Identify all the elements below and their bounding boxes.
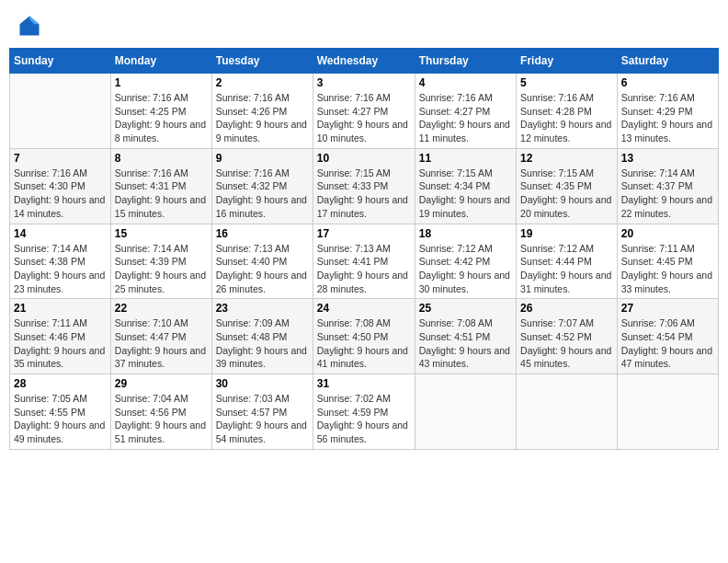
day-detail: Sunrise: 7:15 AMSunset: 4:34 PMDaylight:… — [419, 167, 512, 221]
day-number: 13 — [621, 152, 714, 165]
day-number: 3 — [317, 76, 411, 89]
day-detail: Sunrise: 7:08 AMSunset: 4:51 PMDaylight:… — [419, 316, 512, 371]
calendar-cell: 1 Sunrise: 7:16 AMSunset: 4:25 PMDayligh… — [110, 74, 211, 149]
day-detail: Sunrise: 7:06 AMSunset: 4:54 PMDaylight:… — [621, 316, 714, 371]
day-number: 23 — [216, 302, 309, 315]
day-detail: Sunrise: 7:03 AMSunset: 4:57 PMDaylight:… — [216, 392, 309, 446]
day-detail: Sunrise: 7:14 AMSunset: 4:39 PMDaylight:… — [115, 242, 208, 296]
calendar-cell: 16 Sunrise: 7:13 AMSunset: 4:40 PMDaylig… — [211, 224, 313, 299]
calendar-table: SundayMondayTuesdayWednesdayThursdayFrid… — [9, 48, 719, 450]
calendar-cell — [10, 74, 111, 149]
day-detail: Sunrise: 7:16 AMSunset: 4:28 PMDaylight:… — [520, 91, 613, 145]
calendar-cell: 9 Sunrise: 7:16 AMSunset: 4:32 PMDayligh… — [211, 148, 313, 224]
calendar-cell: 21 Sunrise: 7:11 AMSunset: 4:46 PMDaylig… — [10, 299, 111, 374]
day-detail: Sunrise: 7:11 AMSunset: 4:46 PMDaylight:… — [14, 316, 107, 371]
day-number: 2 — [216, 76, 309, 89]
day-number: 27 — [621, 302, 714, 315]
day-detail: Sunrise: 7:05 AMSunset: 4:55 PMDaylight:… — [14, 392, 107, 446]
day-detail: Sunrise: 7:16 AMSunset: 4:26 PMDaylight:… — [216, 91, 309, 145]
calendar-cell — [517, 374, 618, 450]
calendar-cell: 23 Sunrise: 7:09 AMSunset: 4:48 PMDaylig… — [211, 299, 313, 374]
day-detail: Sunrise: 7:15 AMSunset: 4:33 PMDaylight:… — [317, 167, 411, 221]
logo-icon — [17, 13, 42, 39]
calendar-cell: 20 Sunrise: 7:11 AMSunset: 4:45 PMDaylig… — [617, 224, 718, 299]
weekday-header: Wednesday — [313, 49, 415, 74]
calendar-cell — [617, 374, 718, 450]
calendar-cell: 4 Sunrise: 7:16 AMSunset: 4:27 PMDayligh… — [415, 74, 516, 149]
calendar-cell: 17 Sunrise: 7:13 AMSunset: 4:41 PMDaylig… — [313, 224, 415, 299]
day-number: 26 — [520, 302, 613, 315]
page-header — [9, 9, 719, 42]
calendar-cell: 6 Sunrise: 7:16 AMSunset: 4:29 PMDayligh… — [617, 74, 718, 149]
day-number: 4 — [419, 76, 512, 89]
day-detail: Sunrise: 7:16 AMSunset: 4:30 PMDaylight:… — [14, 167, 107, 221]
day-number: 16 — [216, 227, 309, 240]
day-detail: Sunrise: 7:10 AMSunset: 4:47 PMDaylight:… — [115, 316, 208, 371]
calendar-cell: 8 Sunrise: 7:16 AMSunset: 4:31 PMDayligh… — [110, 148, 211, 224]
calendar-week-row: 7 Sunrise: 7:16 AMSunset: 4:30 PMDayligh… — [10, 148, 719, 224]
day-number: 17 — [317, 227, 411, 240]
day-number: 9 — [216, 152, 309, 165]
day-detail: Sunrise: 7:16 AMSunset: 4:32 PMDaylight:… — [216, 167, 309, 221]
day-number: 18 — [419, 227, 512, 240]
day-detail: Sunrise: 7:04 AMSunset: 4:56 PMDaylight:… — [115, 392, 208, 446]
day-detail: Sunrise: 7:12 AMSunset: 4:44 PMDaylight:… — [520, 242, 613, 296]
day-detail: Sunrise: 7:14 AMSunset: 4:38 PMDaylight:… — [14, 242, 107, 296]
calendar-cell: 28 Sunrise: 7:05 AMSunset: 4:55 PMDaylig… — [10, 374, 111, 450]
day-number: 5 — [520, 76, 613, 89]
day-detail: Sunrise: 7:16 AMSunset: 4:29 PMDaylight:… — [621, 91, 714, 145]
calendar-cell: 7 Sunrise: 7:16 AMSunset: 4:30 PMDayligh… — [10, 148, 111, 224]
calendar-cell: 11 Sunrise: 7:15 AMSunset: 4:34 PMDaylig… — [415, 148, 516, 224]
calendar-week-row: 1 Sunrise: 7:16 AMSunset: 4:25 PMDayligh… — [10, 74, 719, 149]
calendar-week-row: 14 Sunrise: 7:14 AMSunset: 4:38 PMDaylig… — [10, 224, 719, 299]
day-number: 25 — [419, 302, 512, 315]
day-number: 22 — [115, 302, 208, 315]
day-detail: Sunrise: 7:14 AMSunset: 4:37 PMDaylight:… — [621, 167, 714, 221]
day-number: 24 — [317, 302, 411, 315]
day-detail: Sunrise: 7:15 AMSunset: 4:35 PMDaylight:… — [520, 167, 613, 221]
day-detail: Sunrise: 7:02 AMSunset: 4:59 PMDaylight:… — [317, 392, 411, 446]
day-number: 20 — [621, 227, 714, 240]
day-number: 19 — [520, 227, 613, 240]
calendar-cell: 30 Sunrise: 7:03 AMSunset: 4:57 PMDaylig… — [211, 374, 313, 450]
day-detail: Sunrise: 7:13 AMSunset: 4:40 PMDaylight:… — [216, 242, 309, 296]
calendar-cell: 10 Sunrise: 7:15 AMSunset: 4:33 PMDaylig… — [313, 148, 415, 224]
day-detail: Sunrise: 7:12 AMSunset: 4:42 PMDaylight:… — [419, 242, 512, 296]
day-detail: Sunrise: 7:16 AMSunset: 4:27 PMDaylight:… — [419, 91, 512, 145]
day-number: 21 — [14, 302, 107, 315]
day-number: 14 — [14, 227, 107, 240]
weekday-header: Friday — [517, 49, 618, 74]
calendar-cell: 22 Sunrise: 7:10 AMSunset: 4:47 PMDaylig… — [110, 299, 211, 374]
day-number: 10 — [317, 152, 411, 165]
calendar-cell: 5 Sunrise: 7:16 AMSunset: 4:28 PMDayligh… — [517, 74, 618, 149]
day-number: 1 — [115, 76, 208, 89]
day-detail: Sunrise: 7:08 AMSunset: 4:50 PMDaylight:… — [317, 316, 411, 371]
calendar-cell: 15 Sunrise: 7:14 AMSunset: 4:39 PMDaylig… — [110, 224, 211, 299]
day-number: 11 — [419, 152, 512, 165]
calendar-cell: 26 Sunrise: 7:07 AMSunset: 4:52 PMDaylig… — [517, 299, 618, 374]
calendar-cell: 25 Sunrise: 7:08 AMSunset: 4:51 PMDaylig… — [415, 299, 516, 374]
calendar-cell: 29 Sunrise: 7:04 AMSunset: 4:56 PMDaylig… — [110, 374, 211, 450]
day-number: 8 — [115, 152, 208, 165]
day-number: 6 — [621, 76, 714, 89]
day-number: 12 — [520, 152, 613, 165]
calendar-cell: 27 Sunrise: 7:06 AMSunset: 4:54 PMDaylig… — [617, 299, 718, 374]
calendar-week-row: 21 Sunrise: 7:11 AMSunset: 4:46 PMDaylig… — [10, 299, 719, 374]
calendar-cell: 24 Sunrise: 7:08 AMSunset: 4:50 PMDaylig… — [313, 299, 415, 374]
calendar-header-row: SundayMondayTuesdayWednesdayThursdayFrid… — [10, 49, 719, 74]
day-number: 7 — [14, 152, 107, 165]
day-detail: Sunrise: 7:16 AMSunset: 4:27 PMDaylight:… — [317, 91, 411, 145]
calendar-cell: 19 Sunrise: 7:12 AMSunset: 4:44 PMDaylig… — [517, 224, 618, 299]
day-number: 30 — [216, 377, 309, 390]
day-number: 15 — [115, 227, 208, 240]
calendar-cell: 13 Sunrise: 7:14 AMSunset: 4:37 PMDaylig… — [617, 148, 718, 224]
weekday-header: Monday — [110, 49, 211, 74]
calendar-week-row: 28 Sunrise: 7:05 AMSunset: 4:55 PMDaylig… — [10, 374, 719, 450]
logo — [17, 13, 46, 39]
calendar-cell: 14 Sunrise: 7:14 AMSunset: 4:38 PMDaylig… — [10, 224, 111, 299]
weekday-header: Saturday — [617, 49, 718, 74]
day-detail: Sunrise: 7:11 AMSunset: 4:45 PMDaylight:… — [621, 242, 714, 296]
day-detail: Sunrise: 7:07 AMSunset: 4:52 PMDaylight:… — [520, 316, 613, 371]
calendar-cell — [415, 374, 516, 450]
weekday-header: Sunday — [10, 49, 111, 74]
